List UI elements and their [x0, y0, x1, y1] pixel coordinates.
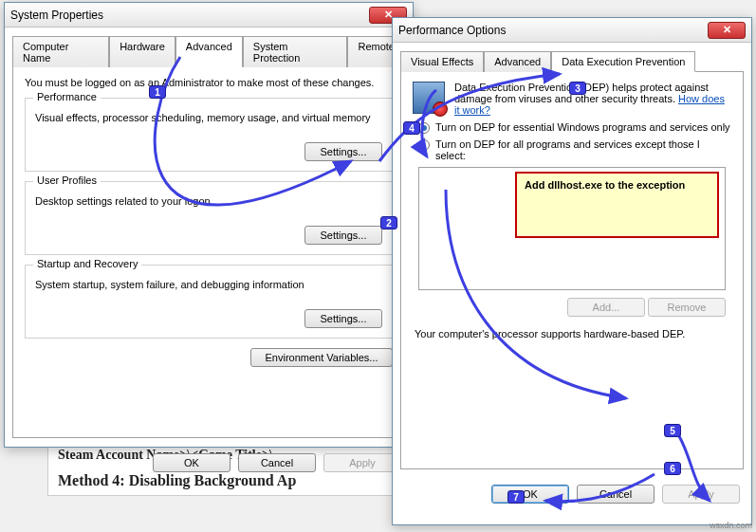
tab-perf-advanced[interactable]: Advanced — [484, 51, 551, 72]
group-startup-recovery-title: Startup and Recovery — [33, 258, 141, 269]
perfopts-tabs: Visual Effects Advanced Data Execution P… — [400, 50, 744, 71]
step-5: 5 — [664, 424, 681, 437]
corner-credit: wsxdn.com — [710, 521, 752, 530]
radio-dep-essential-label: Turn on DEP for essential Windows progra… — [435, 121, 730, 133]
step-4: 4 — [403, 121, 420, 135]
group-startup-recovery: Startup and Recovery System startup, sys… — [25, 265, 393, 339]
admin-note: You must be logged on as an Administrato… — [25, 77, 393, 88]
perfopts-action-row: OK Cancel Apply — [393, 477, 751, 511]
system-properties-window: System Properties ✕ Computer Name Hardwa… — [4, 2, 414, 448]
radio-dep-all-except[interactable]: Turn on DEP for all programs and service… — [418, 138, 731, 161]
perfopts-body: Data Execution Prevention (DEP) helps pr… — [400, 71, 744, 469]
perfopts-apply-button[interactable]: Apply — [662, 485, 740, 504]
sysprops-action-row: OK Cancel Apply — [5, 446, 413, 480]
tab-system-protection[interactable]: System Protection — [243, 36, 348, 67]
startup-recovery-settings-button[interactable]: Settings... — [304, 309, 382, 328]
performance-desc: Visual effects, processor scheduling, me… — [35, 112, 382, 123]
dep-exception-list[interactable]: Add dllhost.exe to the exception — [418, 167, 726, 290]
performance-settings-button[interactable]: Settings... — [304, 142, 382, 161]
perfopts-cancel-button[interactable]: Cancel — [577, 485, 655, 504]
step-2: 2 — [380, 216, 397, 229]
startup-recovery-desc: System startup, system failure, and debu… — [35, 279, 382, 290]
tab-advanced[interactable]: Advanced — [175, 36, 243, 67]
group-user-profiles-title: User Profiles — [33, 174, 101, 186]
group-performance-title: Performance — [33, 91, 101, 102]
perfopts-titlebar[interactable]: Performance Options ✕ — [393, 18, 751, 43]
radio-icon — [418, 139, 430, 151]
close-icon[interactable]: ✕ — [708, 22, 746, 39]
group-performance: Performance Visual effects, processor sc… — [25, 98, 393, 172]
step-6: 6 — [664, 462, 681, 475]
tab-dep[interactable]: Data Execution Prevention — [551, 51, 695, 72]
step-7: 7 — [507, 490, 525, 504]
add-button[interactable]: Add... — [567, 298, 645, 317]
step-1: 1 — [149, 85, 166, 99]
radio-dep-essential[interactable]: Turn on DEP for essential Windows progra… — [418, 121, 731, 134]
shield-chip-icon — [413, 82, 445, 114]
sysprops-body: You must be logged on as an Administrato… — [12, 66, 405, 438]
system-properties-title: System Properties — [10, 9, 103, 22]
user-profiles-settings-button[interactable]: Settings... — [304, 226, 382, 245]
sysprops-cancel-button[interactable]: Cancel — [238, 453, 316, 472]
sysprops-apply-button[interactable]: Apply — [323, 453, 401, 472]
step-3: 3 — [569, 82, 586, 95]
callout-note: Add dllhost.exe to the exception — [515, 172, 719, 238]
environment-variables-button[interactable]: Environment Variables... — [250, 348, 393, 367]
dep-footer-note: Your computer's processor supports hardw… — [415, 328, 729, 339]
dep-description: Data Execution Prevention (DEP) helps pr… — [454, 82, 731, 116]
perfopts-ok-button[interactable]: OK — [491, 485, 569, 504]
remove-button[interactable]: Remove — [648, 298, 726, 317]
tab-computer-name[interactable]: Computer Name — [12, 36, 109, 67]
tab-visual-effects[interactable]: Visual Effects — [400, 51, 484, 72]
sysprops-tabs: Computer Name Hardware Advanced System P… — [12, 35, 405, 66]
tab-hardware[interactable]: Hardware — [109, 36, 175, 67]
group-user-profiles: User Profiles Desktop settings related t… — [25, 181, 393, 255]
radio-dep-all-except-label: Turn on DEP for all programs and service… — [435, 138, 731, 161]
user-profiles-desc: Desktop settings related to your logon — [35, 195, 382, 207]
perfopts-title: Performance Options — [398, 24, 506, 37]
sysprops-ok-button[interactable]: OK — [153, 453, 230, 472]
system-properties-titlebar[interactable]: System Properties ✕ — [5, 3, 413, 28]
